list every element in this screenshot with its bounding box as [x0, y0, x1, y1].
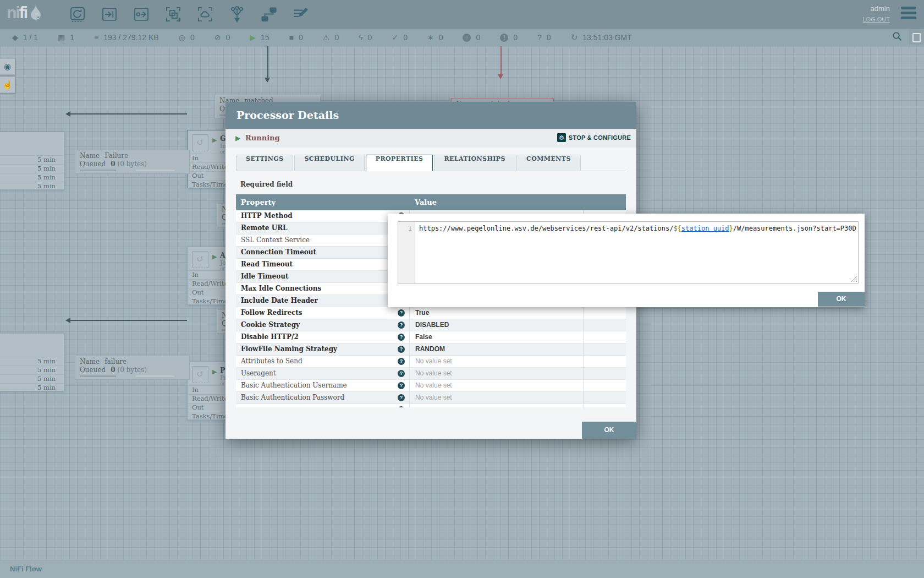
property-help-icon[interactable]: ? [398, 309, 405, 317]
connection-arrow [265, 78, 270, 83]
not-transmitting-icon: ⊘ [215, 33, 221, 42]
output-port-icon[interactable] [133, 5, 150, 24]
connection-label-failure-lower[interactable]: Namefailure Queued0(0 bytes) [75, 356, 190, 380]
status-item: ◎ 0 [179, 33, 195, 42]
line-number: 1 [408, 225, 412, 232]
status-item: ▦ 1 [58, 33, 74, 42]
connection-line[interactable] [267, 46, 268, 78]
birdseye-hand-icon[interactable]: ☝ [0, 77, 15, 93]
remote-process-group-icon[interactable] [196, 5, 214, 24]
property-value[interactable]: False [409, 331, 583, 343]
property-help-icon[interactable]: ? [398, 346, 405, 353]
property-help-icon[interactable]: ? [398, 334, 405, 341]
connection-line[interactable] [70, 113, 187, 114]
property-value[interactable]: DISABLED [409, 319, 583, 331]
global-menu-icon[interactable] [901, 7, 916, 21]
nifi-logo: nifi [7, 3, 43, 22]
input-port-icon[interactable] [101, 5, 118, 24]
property-value[interactable]: No value set [409, 368, 583, 379]
search-icon[interactable] [892, 31, 903, 44]
processor-bundle: or [220, 381, 225, 386]
processor-left-bottom[interactable]: ↺ ▶ 5 min 5 min 5 min 5 min [0, 333, 64, 391]
processor-stat-row: 5 min [0, 357, 64, 366]
funnel-icon[interactable] [228, 5, 246, 24]
property-row: Cookie Strategy ? DISABLED [236, 319, 626, 331]
processor-left-top[interactable]: ↺ ▶ 5 min 5 min 5 min 5 min [0, 132, 64, 190]
property-help-icon[interactable]: ? [398, 358, 405, 365]
label-icon[interactable] [292, 5, 310, 24]
tab-comments[interactable]: COMMENTS [516, 155, 581, 171]
sidebar-toggle-button[interactable] [909, 30, 923, 45]
column-header-value: Value [409, 194, 626, 210]
property-name: Max Idle Connections ? [236, 283, 409, 295]
template-icon[interactable] [260, 5, 278, 24]
processor-bundle: or [220, 266, 225, 271]
last-refresh-time: 13:51:03 GMT [582, 33, 632, 42]
property-row: Useragent ? No value set [236, 368, 626, 380]
property-help-icon[interactable]: ? [398, 382, 405, 389]
connection-arrow-red [498, 74, 503, 79]
stop-and-configure-button[interactable]: ⚙ STOP & CONFIGURE [557, 133, 631, 142]
transmitting-icon: ◎ [179, 33, 185, 42]
property-value[interactable]: RANDOM [409, 343, 583, 355]
logout-link[interactable]: LOG OUT [862, 16, 890, 23]
property-help-icon[interactable]: ? [398, 321, 405, 329]
stale-icon: ↑ [463, 34, 471, 42]
property-name: Attributes to Send ? [236, 356, 409, 367]
property-value[interactable]: No value set [409, 356, 583, 367]
process-group-icon[interactable] [164, 5, 182, 24]
locally-modified-stale-icon: ! [500, 34, 508, 42]
connection-line[interactable] [70, 320, 187, 321]
property-help-icon[interactable]: ? [398, 370, 405, 377]
queue-percent-bar [80, 375, 116, 377]
property-name: ? [236, 404, 409, 407]
tab-relationships[interactable]: RELATIONSHIPS [434, 155, 515, 171]
up-to-date-icon: ✓ [392, 33, 398, 42]
navigate-palette-compass-icon[interactable]: ◉ [0, 58, 15, 75]
refresh-icon[interactable]: ↻ [571, 32, 578, 42]
processor-stat-row: 5 min [0, 374, 64, 383]
tab-scheduling[interactable]: SCHEDULING [294, 155, 364, 171]
status-item: ∗ 0 [427, 33, 443, 42]
resize-handle-icon[interactable] [851, 276, 857, 282]
property-value[interactable] [409, 404, 583, 407]
property-help-icon[interactable]: ? [398, 394, 405, 401]
connection-line-red[interactable] [501, 46, 502, 75]
property-row-end [583, 404, 626, 407]
property-name: Useragent ? [236, 368, 409, 379]
breadcrumb[interactable]: NiFi Flow [10, 565, 42, 573]
value-editor-ok-button[interactable]: OK [818, 292, 865, 307]
connection-label-failure-upper[interactable]: NameFailure Queued0(0 bytes) [75, 150, 190, 174]
status-item: ! 0 [500, 33, 518, 42]
sync-failure-icon: ? [537, 33, 542, 42]
url-text: } [729, 225, 733, 232]
property-row: Basic Authentication Username ? No value… [236, 380, 626, 392]
property-help-icon[interactable]: ? [398, 406, 405, 407]
status-item: ⊘ 0 [215, 33, 230, 42]
property-row-end [583, 331, 626, 343]
url-text: /W/measurements.json?start=P30D [733, 225, 856, 232]
cluster-icon: ◆ [12, 33, 18, 42]
locally-modified-icon: ∗ [427, 33, 434, 42]
url-text: https://www.pegelonline.wsv.de/webservic… [419, 225, 673, 232]
invalid-icon: ⚠ [323, 33, 330, 42]
tab-properties[interactable]: PROPERTIES [366, 155, 433, 171]
property-name: Remote URL ? [236, 222, 409, 234]
processor-icon[interactable] [69, 5, 86, 24]
stopped-icon: ■ [289, 33, 294, 42]
connection-arrow [65, 318, 70, 323]
dialog-ok-button[interactable]: OK [582, 422, 636, 439]
property-value[interactable]: No value set [409, 392, 583, 403]
property-row-end [583, 392, 626, 403]
processor-running-icon: ▶ [212, 253, 217, 260]
value-editor-textarea[interactable]: 1 https://www.pegelonline.wsv.de/webserv… [398, 221, 859, 283]
processor-stat-row: 5 min [0, 164, 64, 173]
component-toolbar [69, 5, 310, 24]
property-value[interactable]: True [409, 307, 583, 319]
tab-settings[interactable]: SETTINGS [236, 155, 293, 171]
processor-stat-row: 5 min [0, 182, 64, 190]
status-item: ✓ 0 [392, 33, 408, 42]
property-value[interactable]: No value set [409, 380, 583, 391]
disabled-icon: ϟ [359, 33, 362, 42]
property-row: ? [236, 404, 626, 407]
